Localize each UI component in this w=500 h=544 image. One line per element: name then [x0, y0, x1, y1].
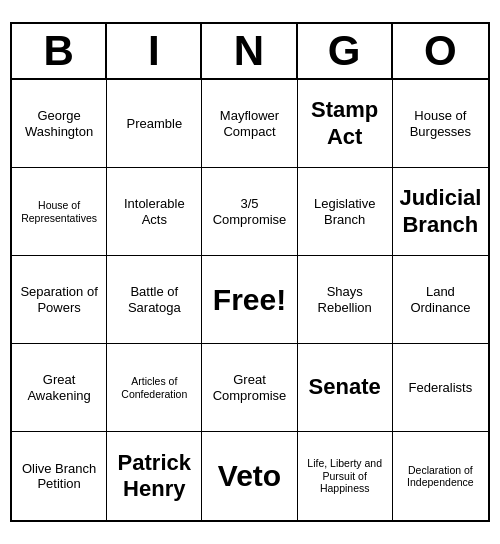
cell-text-19: Federalists [409, 380, 473, 396]
bingo-cell-14: Land Ordinance [393, 256, 488, 344]
bingo-cell-22: Veto [202, 432, 297, 520]
cell-text-17: Great Compromise [205, 372, 293, 403]
bingo-cell-2: Mayflower Compact [202, 80, 297, 168]
header-cell-o: O [393, 24, 488, 78]
bingo-cell-10: Separation of Powers [12, 256, 107, 344]
bingo-cell-9: Judicial Branch [393, 168, 488, 256]
cell-text-2: Mayflower Compact [205, 108, 293, 139]
bingo-card: BINGO George WashingtonPreambleMayflower… [10, 22, 490, 522]
bingo-cell-4: House of Burgesses [393, 80, 488, 168]
cell-text-8: Legislative Branch [301, 196, 389, 227]
cell-text-9: Judicial Branch [396, 185, 485, 238]
cell-text-14: Land Ordinance [396, 284, 485, 315]
header-cell-g: G [298, 24, 393, 78]
cell-text-4: House of Burgesses [396, 108, 485, 139]
cell-text-6: Intolerable Acts [110, 196, 198, 227]
bingo-cell-13: Shays Rebellion [298, 256, 393, 344]
cell-text-10: Separation of Powers [15, 284, 103, 315]
bingo-cell-16: Articles of Confederation [107, 344, 202, 432]
cell-text-21: Patrick Henry [110, 450, 198, 503]
bingo-cell-21: Patrick Henry [107, 432, 202, 520]
bingo-cell-7: 3/5 Compromise [202, 168, 297, 256]
bingo-cell-15: Great Awakening [12, 344, 107, 432]
cell-text-23: Life, Liberty and Pursuit of Happiness [301, 457, 389, 495]
bingo-cell-18: Senate [298, 344, 393, 432]
bingo-cell-23: Life, Liberty and Pursuit of Happiness [298, 432, 393, 520]
cell-text-0: George Washington [15, 108, 103, 139]
bingo-header: BINGO [12, 24, 488, 80]
bingo-cell-20: Olive Branch Petition [12, 432, 107, 520]
header-cell-n: N [202, 24, 297, 78]
cell-text-3: Stamp Act [301, 97, 389, 150]
header-cell-b: B [12, 24, 107, 78]
bingo-cell-0: George Washington [12, 80, 107, 168]
cell-text-11: Battle of Saratoga [110, 284, 198, 315]
cell-text-16: Articles of Confederation [110, 375, 198, 400]
header-cell-i: I [107, 24, 202, 78]
cell-text-24: Declaration of Independence [396, 464, 485, 489]
bingo-cell-3: Stamp Act [298, 80, 393, 168]
bingo-cell-17: Great Compromise [202, 344, 297, 432]
bingo-cell-5: House of Representatives [12, 168, 107, 256]
cell-text-1: Preamble [126, 116, 182, 132]
bingo-cell-12: Free! [202, 256, 297, 344]
cell-text-22: Veto [218, 458, 281, 494]
bingo-cell-11: Battle of Saratoga [107, 256, 202, 344]
cell-text-20: Olive Branch Petition [15, 461, 103, 492]
bingo-cell-24: Declaration of Independence [393, 432, 488, 520]
cell-text-7: 3/5 Compromise [205, 196, 293, 227]
bingo-cell-19: Federalists [393, 344, 488, 432]
bingo-cell-1: Preamble [107, 80, 202, 168]
bingo-cell-8: Legislative Branch [298, 168, 393, 256]
cell-text-15: Great Awakening [15, 372, 103, 403]
cell-text-13: Shays Rebellion [301, 284, 389, 315]
cell-text-18: Senate [309, 374, 381, 400]
cell-text-12: Free! [213, 282, 286, 318]
cell-text-5: House of Representatives [15, 199, 103, 224]
bingo-cell-6: Intolerable Acts [107, 168, 202, 256]
bingo-grid: George WashingtonPreambleMayflower Compa… [12, 80, 488, 520]
